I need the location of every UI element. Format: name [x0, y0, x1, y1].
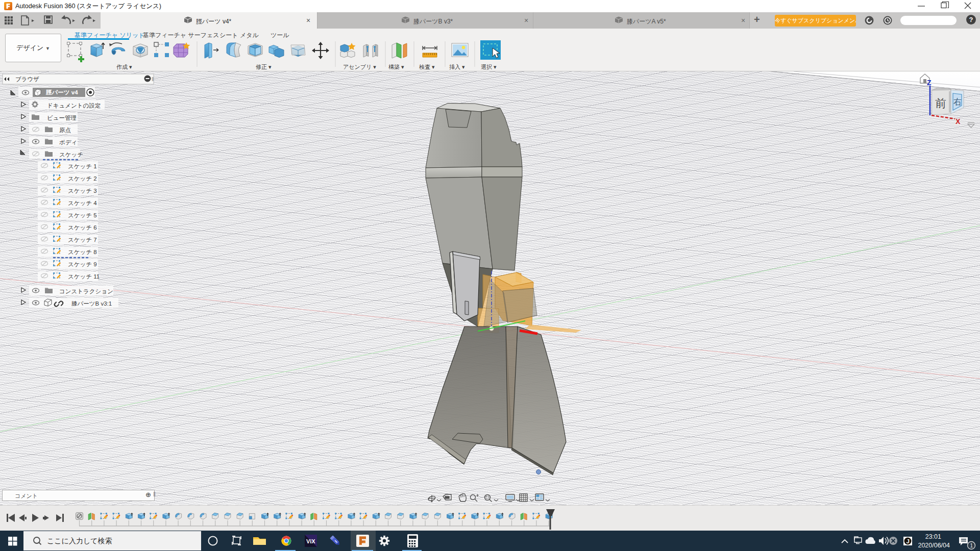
- svg-text:コンストラクション: コンストラクション: [59, 288, 113, 294]
- svg-text:スケッチ 2: スケッチ 2: [68, 176, 97, 182]
- svg-text:ここに入力して検索: ここに入力して検索: [47, 537, 112, 545]
- svg-text:脛パーツ v4: 脛パーツ v4: [45, 89, 78, 95]
- svg-text:X: X: [955, 117, 961, 126]
- svg-text:スケッチ 1: スケッチ 1: [68, 163, 97, 169]
- svg-text:1: 1: [970, 543, 973, 548]
- svg-text:右: 右: [953, 97, 962, 106]
- svg-text:23:01: 23:01: [925, 533, 941, 540]
- svg-text:ブラウザ: ブラウザ: [15, 76, 39, 82]
- svg-text:ビュー管理: ビュー管理: [47, 115, 77, 121]
- svg-text:ViX: ViX: [306, 538, 315, 544]
- svg-text:Z: Z: [927, 79, 932, 87]
- svg-text:スケッチ 3: スケッチ 3: [68, 188, 97, 194]
- svg-text:ボディ: ボディ: [59, 139, 77, 145]
- svg-text:J: J: [906, 538, 910, 544]
- svg-text:前: 前: [935, 97, 946, 110]
- svg-text:スケッチ 11: スケッチ 11: [68, 273, 100, 280]
- svg-text:ドキュメントの設定: ドキュメントの設定: [47, 103, 101, 109]
- svg-text:スケッチ 6: スケッチ 6: [68, 224, 97, 231]
- svg-text:スケッチ 4: スケッチ 4: [68, 200, 97, 206]
- svg-text:スケッチ 8: スケッチ 8: [68, 249, 97, 255]
- svg-text:2020/06/04: 2020/06/04: [918, 542, 950, 549]
- svg-text:スケッチ 5: スケッチ 5: [68, 212, 97, 218]
- svg-text:スケッチ 9: スケッチ 9: [68, 261, 97, 267]
- svg-text:‖: ‖: [152, 76, 154, 82]
- svg-text:膝パーツB v3:1: 膝パーツB v3:1: [71, 300, 112, 307]
- svg-text:スケッチ 7: スケッチ 7: [68, 237, 97, 243]
- svg-text:スケッチ: スケッチ: [59, 152, 83, 158]
- svg-text:原点: 原点: [59, 127, 71, 133]
